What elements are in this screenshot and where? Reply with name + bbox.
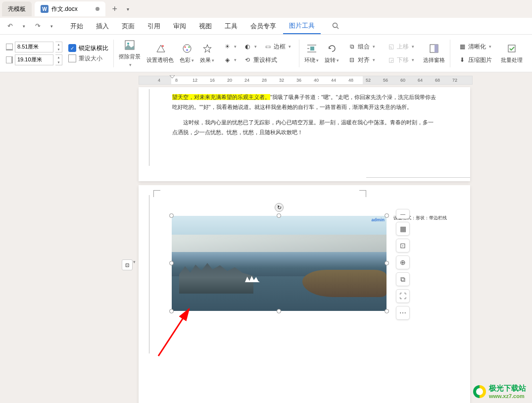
wrap-button[interactable]: 环绕▾ <box>301 43 322 64</box>
width-input[interactable] <box>15 54 53 65</box>
indent-marker[interactable] <box>170 75 175 79</box>
word-icon: W <box>41 5 48 13</box>
resize-handle-ne[interactable] <box>385 213 389 218</box>
resize-handle-e[interactable] <box>385 261 389 265</box>
menu-reference[interactable]: 引用 <box>142 19 166 34</box>
undo-dropdown[interactable]: ▾ <box>18 20 30 32</box>
new-tab-button[interactable]: + <box>108 2 121 15</box>
ruler-mark: 12 <box>193 78 197 83</box>
search-button[interactable] <box>330 20 341 32</box>
menu-page[interactable]: 页面 <box>116 19 141 34</box>
redo-button[interactable]: ↷ <box>32 20 44 32</box>
border-icon: ▭ <box>264 43 272 50</box>
menu-view[interactable]: 视图 <box>193 19 218 34</box>
compress-button[interactable]: ⬇压缩图片 <box>455 55 495 65</box>
resize-handle-sw[interactable] <box>169 309 174 313</box>
float-wrap-button[interactable]: ▦ <box>396 222 410 236</box>
menu-picture-tools[interactable]: 图片工具 <box>283 18 321 34</box>
move-down-button[interactable]: ◲下移▾ <box>384 55 417 65</box>
brightness-icon: ☀ <box>223 43 231 50</box>
search-icon <box>332 22 339 30</box>
combine-button[interactable]: ⧉组合▾ <box>345 42 378 52</box>
shadow-button[interactable]: ◈▾ <box>220 55 240 65</box>
paragraph[interactable]: 望天空，对未来充满希望的乐观主义者。"我吸了吸鼻子答道："嗯"。"走吧，你回家先… <box>172 92 436 112</box>
svg-point-0 <box>333 23 337 28</box>
resize-handle-se[interactable] <box>385 309 389 313</box>
rotate-handle[interactable]: ↻ <box>275 203 284 212</box>
color-icon <box>181 43 193 54</box>
side-nav-dropdown[interactable]: ▾ <box>133 259 136 264</box>
compress-icon: ⬇ <box>458 56 466 64</box>
menu-tools[interactable]: 工具 <box>219 19 243 34</box>
float-more-button[interactable]: ⋯ <box>396 306 410 320</box>
resize-handle-nw[interactable] <box>169 213 174 218</box>
width-icon <box>6 56 13 63</box>
tab-template[interactable]: 壳模板 <box>2 1 32 16</box>
ruler-mark: 68 <box>435 78 440 83</box>
lock-ratio-checkbox[interactable]: ✓ 锁定纵横比 <box>68 44 108 52</box>
align-icon: ⊟ <box>348 56 356 64</box>
ruler-mark: 36 <box>296 78 301 83</box>
color-button[interactable]: 色彩▾ <box>177 43 197 64</box>
watermark-title: 极光下载站 <box>489 384 526 393</box>
float-zoom-button[interactable]: ⊕ <box>396 255 410 269</box>
align-button[interactable]: ⊟对齐▾ <box>345 55 378 65</box>
ruler-mark: 72 <box>452 78 457 83</box>
float-layout-button[interactable]: — <box>396 209 410 219</box>
menu-insert[interactable]: 插入 <box>90 19 115 34</box>
document-page-1: 望天空，对未来充满希望的乐观主义者。"我吸了吸鼻子答道："嗯"。"走吧，你回家先… <box>139 87 470 181</box>
tab-label: 壳模板 <box>8 5 26 13</box>
menu-review[interactable]: 审阅 <box>167 19 192 34</box>
move-down-icon: ◲ <box>387 56 395 64</box>
margin-line <box>149 89 150 166</box>
menu-member[interactable]: 会员专享 <box>244 19 282 34</box>
redo-dropdown[interactable]: ▾ <box>46 20 57 32</box>
undo-button[interactable]: ↶ <box>4 20 16 32</box>
separator <box>299 40 299 67</box>
resize-handle-s[interactable] <box>277 309 281 313</box>
ruler-mark: 28 <box>262 78 267 83</box>
svg-rect-15 <box>435 45 438 52</box>
move-up-button[interactable]: ◱上移▾ <box>384 42 417 52</box>
rotate-button[interactable]: 旋转▾ <box>322 43 342 64</box>
reset-style-button[interactable]: ⟲重设样式 <box>241 55 280 65</box>
selection-pane-button[interactable]: 选择窗格 <box>420 43 448 64</box>
ruler-mark: 64 <box>418 78 423 83</box>
resize-handle-n[interactable] <box>277 213 281 218</box>
ruler-mark: 44 <box>331 78 336 83</box>
margin-mark <box>153 190 160 197</box>
float-fullscreen-button[interactable]: ⛶ <box>396 289 410 303</box>
ruler-mark: 60 <box>400 78 405 83</box>
side-nav-button[interactable]: ⊡ <box>122 259 133 270</box>
ruler-mark: 20 <box>227 78 232 83</box>
width-spinner[interactable]: ▲▼ <box>55 54 62 65</box>
tab-document[interactable]: W 作文.docx <box>35 1 105 16</box>
tab-menu-button[interactable]: ▾ <box>124 2 132 15</box>
height-input[interactable] <box>15 42 53 52</box>
border-button[interactable]: ▭边框▾ <box>261 42 294 52</box>
admin-label: admin <box>371 217 385 222</box>
svg-marker-9 <box>203 45 211 52</box>
batch-button[interactable]: 批量处理 <box>498 43 526 64</box>
contrast-button[interactable]: ◐▾ <box>241 42 260 51</box>
selected-image[interactable]: ↻ admin <box>172 216 387 311</box>
height-spinner[interactable]: ▲▼ <box>55 42 62 52</box>
clarity-button[interactable]: ▦清晰化▾ <box>455 42 495 52</box>
effect-button[interactable]: 效果▾ <box>197 43 217 64</box>
remove-bg-button[interactable]: 抠除背景 ▾ <box>116 39 144 67</box>
set-transparent-button[interactable]: 设置透明色 <box>144 43 177 64</box>
menu-home[interactable]: 开始 <box>64 19 89 34</box>
resize-handle-w[interactable] <box>169 261 174 265</box>
float-copy-button[interactable]: ⧉ <box>396 272 410 286</box>
float-crop-button[interactable]: ⊡ <box>396 239 410 252</box>
reset-size-icon <box>68 54 76 62</box>
svg-point-4 <box>162 45 164 47</box>
brightness-button[interactable]: ☀▾ <box>220 42 240 51</box>
margin-line <box>149 195 150 353</box>
image-content: admin <box>172 216 387 311</box>
paragraph[interactable]: 这时候，我内心里的忧愁已了无踪影，内心已晴空万里。那一刻，温暖在我心中荡漾。青春… <box>172 117 436 138</box>
reset-size-button[interactable]: 重设大小 <box>68 54 108 63</box>
tab-close-icon[interactable] <box>96 7 99 11</box>
horizontal-ruler[interactable]: 4812162024283236404448525660646872 <box>139 76 473 85</box>
svg-point-7 <box>188 47 190 48</box>
